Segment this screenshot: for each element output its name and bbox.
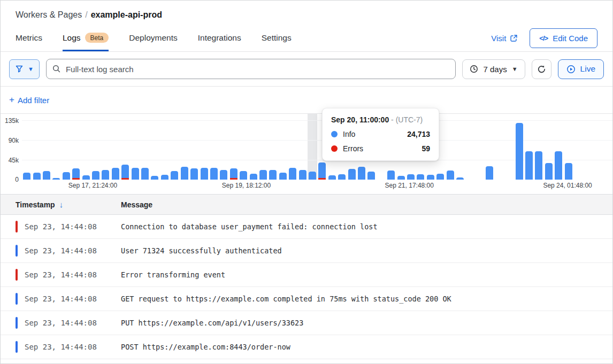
chart-bar[interactable] <box>486 166 493 180</box>
chart-bar[interactable] <box>447 171 454 180</box>
chart-bar[interactable] <box>328 175 336 180</box>
chart-bar[interactable] <box>525 151 533 180</box>
chart-bar[interactable] <box>407 174 415 180</box>
breadcrumb-parent[interactable]: Workers & Pages <box>16 10 82 19</box>
tab-logs[interactable]: Logs Beta <box>63 33 109 51</box>
chart-bar-slot <box>150 121 159 180</box>
funnel-icon <box>15 65 24 73</box>
chart-bar[interactable] <box>210 168 218 180</box>
chart-bar[interactable] <box>72 168 80 180</box>
chart-bar[interactable] <box>220 170 227 180</box>
chart-bar[interactable] <box>112 168 119 180</box>
chart-bar[interactable] <box>151 176 158 180</box>
chart-bar[interactable] <box>250 174 257 180</box>
chart-bar[interactable] <box>397 176 405 180</box>
chart-bar-slot <box>308 121 317 180</box>
chart-bar[interactable] <box>367 172 375 180</box>
chart-bar[interactable] <box>201 168 208 180</box>
chart-bar[interactable] <box>43 171 50 180</box>
visit-link[interactable]: Visit <box>491 34 518 43</box>
tab-deployments[interactable]: Deployments <box>129 33 177 51</box>
chart-bar[interactable] <box>535 151 542 180</box>
chart-bar[interactable] <box>309 172 316 180</box>
y-axis-label: 135k <box>1 117 19 125</box>
chart-bar[interactable] <box>52 178 60 180</box>
chart-bar[interactable] <box>171 171 178 180</box>
chart-bar-slot <box>288 121 297 180</box>
x-axis-label: Sep 21, 17:48:00 <box>385 182 434 189</box>
log-row[interactable]: Sep 23, 14:44:08Error transforming event <box>1 263 612 287</box>
chart-bar-slot <box>268 121 278 180</box>
chart-bar[interactable] <box>279 173 287 180</box>
search-input[interactable] <box>46 59 456 79</box>
tab-integrations[interactable]: Integrations <box>198 33 241 51</box>
chart-bar[interactable] <box>141 168 149 180</box>
chart-bar[interactable] <box>82 175 90 180</box>
chart-bar[interactable] <box>516 123 523 180</box>
log-timestamp: Sep 23, 14:44:08 <box>18 270 121 279</box>
chart-bar-slot <box>563 121 573 180</box>
add-filter-button[interactable]: + Add filter <box>9 95 49 105</box>
chart-bar[interactable] <box>259 170 267 180</box>
tab-metrics[interactable]: Metrics <box>16 33 42 51</box>
refresh-button[interactable] <box>532 59 551 79</box>
log-row[interactable]: Sep 23, 14:44:08User 71324 successfully … <box>1 239 612 263</box>
time-range-button[interactable]: 7 days ▼ <box>462 59 525 79</box>
chart-bar[interactable] <box>33 173 41 180</box>
chart-bar[interactable] <box>190 168 198 180</box>
log-row[interactable]: Sep 23, 14:44:08GET request to https://e… <box>1 287 612 311</box>
chart-bar[interactable] <box>387 171 395 180</box>
log-message: GET request to https://example.com compl… <box>121 295 451 303</box>
chart-bar[interactable] <box>299 170 306 180</box>
log-row[interactable]: Sep 23, 14:44:08Connection to database u… <box>1 215 612 239</box>
chart-bar[interactable] <box>23 173 30 180</box>
chart-bar-slot <box>495 121 504 180</box>
chart-bar-slot <box>62 121 71 180</box>
chart-bar[interactable] <box>161 175 168 180</box>
x-axis-label: Sep 24, 01:48:00 <box>543 182 592 189</box>
log-message: Error transforming event <box>121 270 225 279</box>
edit-code-button[interactable]: </> Edit Code <box>530 28 597 48</box>
chart-bar[interactable] <box>230 168 237 180</box>
code-icon: </> <box>539 34 548 42</box>
play-circle-icon <box>566 65 576 74</box>
sort-desc-icon[interactable]: ↓ <box>59 200 64 209</box>
error-bar-segment <box>121 178 129 180</box>
column-header-message[interactable]: Message <box>121 200 152 209</box>
chart-bar[interactable] <box>240 171 247 180</box>
chart-bar[interactable] <box>338 174 346 180</box>
chart-bar[interactable] <box>318 162 326 180</box>
chart-bar[interactable] <box>63 172 70 180</box>
chart-bar[interactable] <box>121 165 129 180</box>
breadcrumb: Workers & Pages/example-api-prod <box>16 10 597 20</box>
chart-bar[interactable] <box>417 174 424 180</box>
chart-bar[interactable] <box>92 171 99 180</box>
filter-button[interactable]: ▼ <box>9 59 40 79</box>
live-button[interactable]: Live <box>558 59 604 79</box>
chart-bar[interactable] <box>348 169 356 180</box>
chart-bar[interactable] <box>545 163 553 180</box>
chart-bar-slot <box>445 121 455 180</box>
chart-bar[interactable] <box>427 175 434 180</box>
chart-bar[interactable] <box>181 167 188 180</box>
errors-count: 59 <box>422 144 430 153</box>
chart-bar[interactable] <box>436 174 444 180</box>
chart-bar[interactable] <box>132 168 139 180</box>
chart-bar[interactable] <box>289 168 296 180</box>
chart-bar[interactable] <box>269 170 277 180</box>
tab-settings[interactable]: Settings <box>262 33 292 51</box>
chart-bar[interactable] <box>102 170 109 180</box>
log-timestamp: Sep 23, 14:44:08 <box>18 343 121 351</box>
column-header-timestamp[interactable]: Timestamp ↓ <box>1 200 121 209</box>
chart-bar-slot <box>593 121 603 180</box>
chart-bar[interactable] <box>555 151 562 180</box>
chart-bar[interactable] <box>456 177 464 180</box>
chart-bar[interactable] <box>565 163 572 180</box>
table-header: Timestamp ↓ Message <box>1 195 612 215</box>
breadcrumb-current: example-api-prod <box>91 10 162 19</box>
chart-bar-slot <box>71 121 81 180</box>
chart-bar[interactable] <box>358 167 365 180</box>
log-row[interactable]: Sep 23, 14:44:08POST https://example.com… <box>1 335 612 359</box>
log-row[interactable]: Sep 23, 14:44:08PUT https://example.com/… <box>1 311 612 335</box>
chart-bar-slot <box>465 121 474 180</box>
